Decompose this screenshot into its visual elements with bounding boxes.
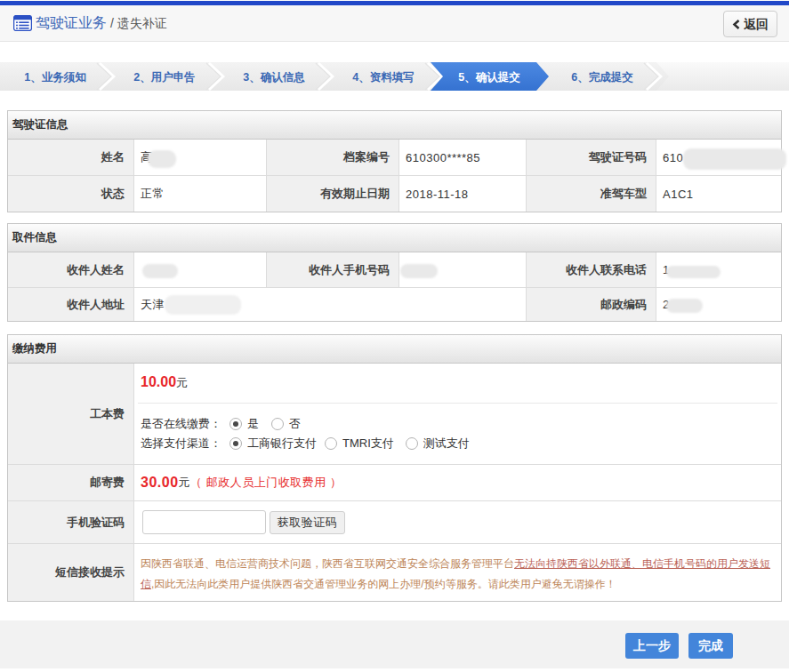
svg-text:6、完成提交: 6、完成提交	[571, 71, 633, 84]
svg-text:3、确认信息: 3、确认信息	[243, 71, 305, 84]
svg-text:1、业务须知: 1、业务须知	[24, 71, 85, 84]
svg-text:5、确认提交: 5、确认提交	[458, 71, 520, 84]
svg-text:4、资料填写: 4、资料填写	[352, 71, 414, 84]
svg-text:2、用户申告: 2、用户申告	[133, 71, 195, 84]
